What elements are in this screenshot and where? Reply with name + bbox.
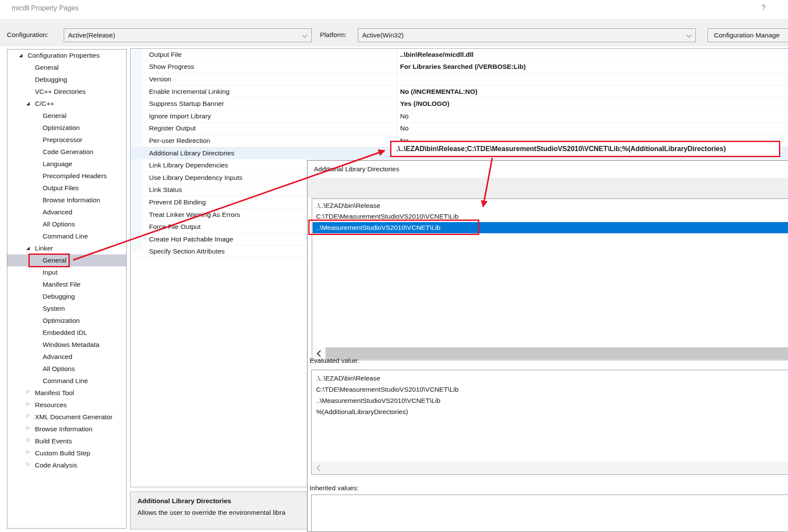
property-name: Enable Incremental Linking [130,86,397,98]
property-value[interactable]: Yes (/NOLOGO) [397,98,788,110]
tree-item-command-line[interactable]: Command Line [7,375,126,387]
tree-item-windows-metadata[interactable]: Windows Metadata [7,339,126,351]
tree-item-all-options[interactable]: All Options [7,218,126,230]
tree-item-resources[interactable]: ▷Resources [7,399,126,411]
chevron-down-icon [686,32,692,38]
tree-item-system[interactable]: System [7,303,126,315]
grid-row-version[interactable]: Version [130,73,788,86]
evaluated-value-label: Evaluated value: [310,357,359,365]
tree-item-label: All Options [43,220,75,228]
configuration-combobox[interactable]: Active(Release) [64,28,312,42]
configuration-manager-button[interactable]: Configuration Manage [707,28,788,42]
evaluated-horizontal-scrollbar[interactable] [312,462,788,474]
list-horizontal-scrollbar[interactable] [313,347,788,359]
tree-item-debugging[interactable]: Debugging [7,74,126,86]
configuration-combobox-value: Active(Release) [68,31,115,39]
tree-item-build-events[interactable]: ▷Build Events [7,435,126,447]
inherited-values-label: Inherited values: [310,484,359,492]
tree-expanded-icon[interactable] [26,102,30,105]
directory-list-item[interactable]: .\..\EZAD\bin\Release [313,200,788,211]
tree-item-manifest-tool[interactable]: ▷Manifest Tool [7,387,126,399]
tree-item-label: Output Files [43,184,79,192]
tree-item-vc-directories[interactable]: VC++ Directories [7,86,126,98]
platform-combobox-value: Active(Win32) [362,31,403,39]
tree-collapsed-icon[interactable]: ▷ [26,425,30,430]
tree-item-label: Optimization [43,124,80,132]
tree-item-label: General [43,112,66,120]
property-value[interactable]: ..\bin\Release/micdll.dll [397,49,788,61]
tree-item-command-line[interactable]: Command Line [7,230,126,242]
tree-collapsed-icon[interactable]: ▷ [26,437,30,442]
tree-item-code-generation[interactable]: Code Generation [7,146,126,158]
tree-item-configuration-properties[interactable]: Configuration Properties [7,49,126,62]
property-pages-dialog: micdll Property Pages ? Configuration: A… [0,0,788,532]
property-value[interactable]: No (/INCREMENTAL:NO) [397,86,788,98]
tree-item-label: Configuration Properties [28,52,99,59]
property-value[interactable]: For Libraries Searched (/VERBOSE:Lib) [397,61,788,73]
property-value[interactable]: No [397,123,788,135]
tree-item-label: Code Analysis [35,461,77,469]
tree-item-label: Code Generation [43,148,93,156]
tree-item-label: Preprocessor [43,136,82,144]
tree-item-language[interactable]: Language [7,158,126,170]
grid-row-enable-incremental-linking[interactable]: Enable Incremental LinkingNo (/INCREMENT… [130,86,788,98]
tree-item-label: General [35,64,59,71]
tree-collapsed-icon[interactable]: ▷ [26,401,30,406]
annotation-box-tree-general [28,254,70,267]
tree-item-label: VC++ Directories [35,88,86,96]
property-name: Output File [130,49,397,61]
grid-row-ignore-import-library[interactable]: Ignore Import LibraryNo [130,110,788,123]
tree-item-general[interactable]: General [7,110,126,122]
property-name: Version [130,73,397,85]
tree-item-advanced[interactable]: Advanced [7,206,126,218]
grid-row-suppress-startup-banner[interactable]: Suppress Startup BannerYes (/NOLOGO) [130,98,788,110]
tree-item-embedded-idl[interactable]: Embedded IDL [7,327,126,339]
grid-row-show-progress[interactable]: Show ProgressFor Libraries Searched (/VE… [130,61,788,74]
tree-item-label: Advanced [43,208,72,216]
tree-item-label: XML Document Generator [35,413,112,421]
tree-collapsed-icon[interactable]: ▷ [26,413,30,418]
tree-item-c-c[interactable]: C/C++ [7,98,126,110]
tree-expanded-icon[interactable] [26,247,30,250]
help-icon[interactable]: ? [761,3,766,12]
tree-item-general[interactable]: General [7,62,126,74]
tree-item-preprocessor[interactable]: Preprocessor [7,134,126,146]
tree-item-xml-document-generator[interactable]: ▷XML Document Generator [7,411,126,423]
grid-row-output-file[interactable]: Output File..\bin\Release/micdll.dll [130,49,788,61]
tree-item-label: Manifest File [43,281,81,288]
tree-item-optimization[interactable]: Optimization [7,315,126,327]
scroll-left-arrow-icon[interactable] [312,462,325,474]
tree-item-debugging[interactable]: Debugging [7,291,126,303]
tree-item-advanced[interactable]: Advanced [7,351,126,363]
platform-combobox[interactable]: Active(Win32) [358,28,696,42]
tree-item-linker[interactable]: Linker [7,242,126,254]
tree-item-label: Language [43,160,72,168]
tree-item-output-files[interactable]: Output Files [7,182,126,194]
tree-item-label: Optimization [43,317,80,325]
tree-item-input[interactable]: Input [7,266,126,278]
tree-collapsed-icon[interactable]: ▷ [26,461,30,467]
tree-item-optimization[interactable]: Optimization [7,122,126,134]
tree-collapsed-icon[interactable]: ▷ [26,389,30,394]
tree-item-label: System [43,305,65,312]
additional-library-directories-value[interactable]: .\..\EZAD\bin\Release;C:\TDE\Measurement… [390,141,780,157]
platform-label: Platform: [320,31,347,39]
tree-item-browse-information[interactable]: Browse Information [7,194,126,206]
tree-item-code-analysis[interactable]: ▷Code Analysis [7,459,126,471]
tree-item-browse-information[interactable]: ▷Browse Information [7,423,126,435]
property-name: Suppress Startup Banner [130,98,397,110]
tree-item-all-options[interactable]: All Options [7,363,126,375]
tree-item-label: Advanced [43,353,72,361]
inherited-values-box[interactable] [311,495,788,532]
tree-item-label: Input [43,269,57,276]
tree-item-label: All Options [43,365,75,373]
property-value[interactable] [397,73,788,85]
tree-item-precompiled-headers[interactable]: Precompiled Headers [7,170,126,182]
tree-item-custom-build-step[interactable]: ▷Custom Build Step [7,447,126,459]
tree-collapsed-icon[interactable]: ▷ [26,449,30,455]
tree-expanded-icon[interactable] [19,54,22,57]
grid-row-register-output[interactable]: Register OutputNo [130,123,788,135]
property-value[interactable]: No [397,110,788,122]
tree-item-manifest-file[interactable]: Manifest File [7,278,126,291]
scrollbar-thumb[interactable] [326,347,788,359]
